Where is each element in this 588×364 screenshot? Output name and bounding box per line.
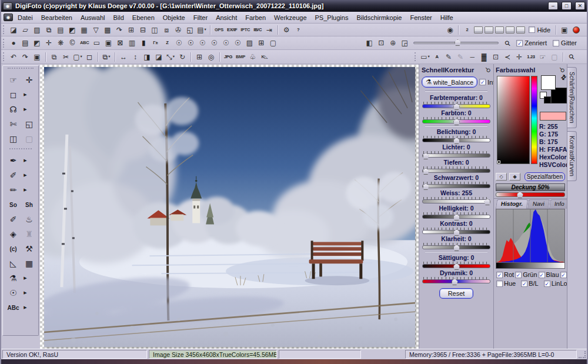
eye-icon-2[interactable]: ☉ [185,38,196,49]
hand-tool[interactable]: ☞ [6,73,21,87]
pen-flyout[interactable]: ▶ [22,157,29,164]
key-icon[interactable]: ✇ [172,24,184,35]
tab-kontrastkurven[interactable]: KontrastKurven [567,131,577,181]
bl-checkbox[interactable]: ✓B/L [521,280,539,287]
slider-track-klarheit[interactable] [422,245,490,249]
menu-datei[interactable]: Datei [14,13,37,22]
menu-bearbeiten[interactable]: Bearbeiten [37,13,76,22]
slider-track-lichter[interactable] [422,153,490,158]
copy-page-icon[interactable]: ▢▾ [72,51,83,62]
undo-icon[interactable]: ↶ [8,51,19,62]
monitor-icon-5[interactable] [516,26,525,34]
current-color-swatch[interactable] [540,112,566,121]
gps-icon[interactable]: GPS [213,24,225,35]
rect-select-flyout[interactable]: ▶ [22,91,29,98]
brush-tool[interactable]: ✐ [6,168,21,182]
thumbnail-grid-icon[interactable]: ▦ [78,24,90,35]
eye-icon-1[interactable]: ☉ [173,38,185,49]
slider-track-tiefen[interactable] [422,169,490,173]
sphere-icon[interactable]: ● [8,38,19,49]
paste-icon[interactable]: ⧉ [48,51,60,62]
eye-icon-6[interactable]: ☉ [232,38,243,49]
menu-fenster[interactable]: Fenster [406,13,436,22]
export-icon[interactable]: ⇥ [263,24,275,35]
gradient-bar-icon[interactable]: ▮ [138,38,149,49]
record-button[interactable] [573,26,580,34]
eye-icon-4[interactable]: ☉ [208,38,220,49]
move-tool-icon[interactable]: ✛ [513,51,525,62]
tab-histogr[interactable]: Histogr. [496,199,528,209]
circle-icon[interactable]: ◎ [205,51,217,62]
save-all-icon[interactable]: ⧈ [161,24,172,35]
sharpen-image-icon[interactable]: ▨ [243,38,255,49]
paste-image-icon[interactable]: ⧉ [43,24,55,35]
move-tool[interactable]: ✛ [22,73,36,87]
portrait-icon[interactable]: ▓ [478,51,490,62]
paint-brush-tool[interactable]: ✐ [6,212,21,226]
gamma-icon[interactable]: Γ± [149,38,161,49]
menu-hilfe[interactable]: Hilfe [436,13,457,22]
menu-filter[interactable]: Filter [189,13,212,22]
slider-track-kontrast[interactable] [422,230,490,234]
rotate-3d-icon[interactable]: ◨ [141,51,153,62]
slider-track-weiss[interactable] [422,199,490,203]
toolbar-grip[interactable] [3,52,6,61]
resize-arrows-icon[interactable]: ✛ [43,38,55,49]
lasso-tool[interactable]: ☊ [6,102,21,116]
copyright-tool[interactable]: (c) [6,242,21,256]
zoom-slider-thumb[interactable] [455,39,461,46]
settings-gear-icon[interactable]: ⚙ [280,24,292,35]
stamp-image-icon[interactable]: ▣ [102,38,114,49]
send-redo-icon[interactable]: ↷ [113,24,125,35]
monitor-icon-2[interactable] [485,26,493,34]
picture-icon[interactable]: ▥ [126,38,138,49]
repeat-icon[interactable]: ▣ [31,51,43,62]
filmstrip-icon[interactable]: ▩ [102,24,113,35]
toolbar-grip[interactable] [415,52,417,61]
crop-tool[interactable]: ◱ [22,117,36,131]
slider-track-dynamik[interactable] [422,279,490,283]
toolbar-grip[interactable] [3,39,6,48]
menu-ebenen[interactable]: Ebenen [128,13,159,22]
grau-checkbox[interactable]: ✓Grau [560,271,567,278]
slider-thumb-klarheit[interactable] [453,245,460,251]
curve-z-icon[interactable]: Z [161,38,173,49]
default-background-well[interactable] [544,96,551,103]
menu-bildschirmkopie[interactable]: Bildschirmkopie [352,13,406,22]
swap-colors-icon[interactable]: ⇄ [559,73,567,82]
crop-size-icon[interactable]: ◱ [184,24,196,35]
zoom-in-icon[interactable]: ⊕ [387,38,399,49]
magnifier-icon[interactable]: ⚲ [499,36,516,50]
fill-bucket-tool[interactable]: ◈ [6,227,21,241]
spray-can-tool[interactable]: ♨ [22,212,36,226]
text-flyout[interactable]: ▶ [22,304,29,311]
menu-objekte[interactable]: Objekte [159,13,189,22]
resize-grip[interactable] [579,351,586,358]
double-brush-flyout[interactable]: ▶ [22,186,29,193]
resize-icon[interactable]: ⤡▾ [165,51,176,62]
palette-diamond-button-2[interactable]: ◆ [509,173,520,181]
folder-open-icon[interactable]: ▱ [19,24,31,35]
zoom-slider[interactable] [413,39,499,47]
zentriert-checkbox[interactable]: ✓Zenriert [516,39,547,46]
iptc-icon[interactable]: IPTC [239,24,252,35]
text-abc-tool[interactable]: ABc [6,300,21,315]
deckung-slider-thumb[interactable] [517,192,523,198]
rot-checkbox[interactable]: ✓Rot [496,271,514,278]
camera-icon[interactable]: ◉ [444,24,456,35]
save-tool[interactable]: ◫ [6,132,21,146]
monitor-icon-4[interactable] [506,26,514,34]
eye-icon-5[interactable]: ☉ [220,38,232,49]
pen-tool[interactable]: ✒ [6,153,21,168]
flip-horizontal-icon[interactable]: ↔ [118,51,129,62]
effects-flower-icon[interactable]: ❋ [55,38,66,49]
cut-scissors-icon[interactable]: ✂ [60,51,72,62]
linlog-checkbox[interactable]: ✓LinLog [544,280,567,287]
panorama-icon[interactable]: ▤ [19,38,31,49]
clone-tool[interactable]: ⚒ [22,242,36,256]
open-image-icon[interactable]: ◪ [8,24,19,35]
tree-landmark-icon[interactable]: ♧ [247,51,259,62]
copyright-icon[interactable]: © [66,38,78,49]
gitter-checkbox[interactable]: Gitter [553,39,577,46]
shape-rect-icon[interactable]: ▭▾ [419,51,431,62]
